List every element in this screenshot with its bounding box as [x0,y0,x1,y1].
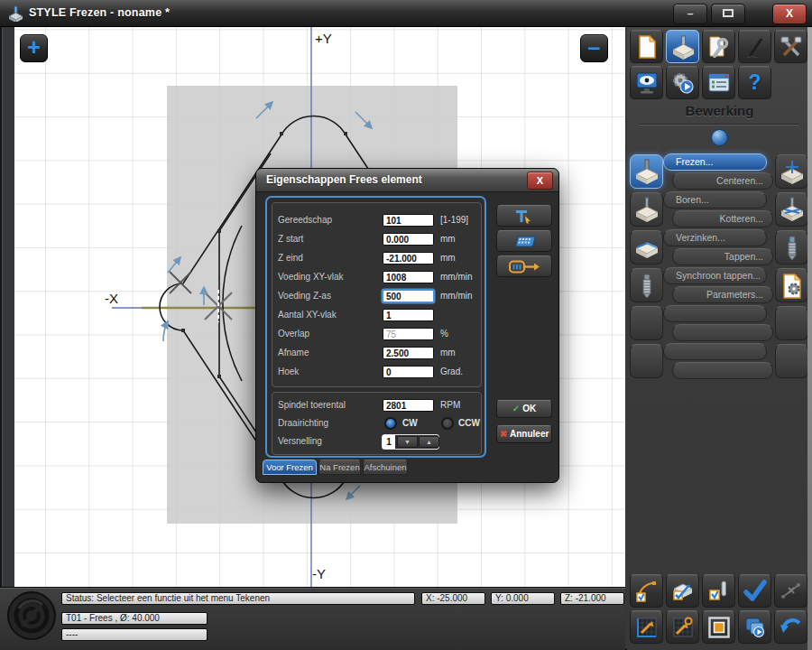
tappen-button-icon[interactable] [775,230,808,265]
toolgroup-verzinken: Verzinken... Tappen... [630,229,809,265]
aantal-xy-input[interactable] [383,309,434,321]
synchroon-tappen-button-icon[interactable] [630,268,663,302]
empty-bar[interactable] [672,362,773,379]
centeren-button-icon[interactable] [775,154,808,189]
axis-label-plus-y: +Y [315,31,332,46]
centeren-label: Centeren... [673,173,772,189]
field-row: Hoek Grad. [267,366,484,379]
simulate-button[interactable] [738,610,771,644]
frezen-button[interactable]: Frezen... [663,153,767,171]
pocket-select-button[interactable] [666,574,699,608]
voeding-z-input[interactable] [383,290,434,302]
spindel-toerental-input[interactable] [383,399,434,412]
field-label: Hoek [278,367,299,376]
voeding-xy-input[interactable] [383,271,434,283]
zoom-in-button[interactable]: + [20,34,48,62]
verzinken-button[interactable]: Verzinken... [663,229,767,246]
versnelling-value[interactable]: 1 [383,435,395,449]
select-element-button[interactable] [496,205,552,227]
maximize-button[interactable] [711,4,745,24]
boren-button[interactable]: Boren... [663,191,767,209]
program-settings-button[interactable] [702,66,735,99]
toolgroup-frezen: Frezen... Centeren... [630,153,809,190]
synchroon-tappen-button[interactable]: Synchroon tappen... [663,267,767,284]
zoom-out-button[interactable]: – [580,34,608,62]
tool-settings-button[interactable] [702,30,735,63]
apply-next-button[interactable] [496,255,552,277]
field-label: Z start [278,234,303,244]
spin-down-button[interactable]: ▼ [397,436,418,448]
info-sphere-icon[interactable] [711,129,728,146]
zoom-selection-button[interactable] [666,610,699,644]
milling-icon [671,35,695,60]
empty-slot-button[interactable] [775,306,808,340]
confirm-button[interactable] [738,574,771,608]
empty-bar[interactable] [663,343,767,360]
help-button[interactable]: ? [738,66,771,99]
undo-button[interactable] [774,610,807,644]
hoek-input[interactable] [383,366,434,378]
centeren-button[interactable]: Centeren... [672,172,773,190]
section-header: Bewerking [627,103,812,118]
empty-bar[interactable] [663,305,767,322]
spin-up-button[interactable]: ▲ [419,436,439,448]
close-icon: X [786,7,793,20]
afname-input[interactable] [383,347,434,359]
app-icon [7,5,24,22]
select-element-icon [511,209,538,224]
process-button[interactable] [666,66,699,99]
z-eind-input[interactable] [383,252,434,265]
active-tool-info: T01 - Frees , Ø: 40.000 [61,612,208,625]
dialog-close-button[interactable]: X [527,172,553,190]
minimize-button[interactable]: – [673,4,707,24]
minimize-icon: – [687,7,694,20]
ok-button[interactable]: ✓OK [496,400,552,418]
coordinate-x: X: -25.000 [421,592,485,605]
arc-select-button[interactable] [630,574,663,608]
center-drill-icon [780,159,805,186]
numpad-icon [511,234,538,249]
tab-voor-frezen[interactable]: Voor Frezen [263,460,317,475]
contour-select-button[interactable] [702,574,735,608]
verzinken-button-icon[interactable] [630,230,663,265]
tappen-button[interactable]: Tappen... [672,248,773,265]
frezen-button-icon[interactable] [630,154,663,189]
field-unit: mm/min [440,291,473,301]
chevron-up-icon: ▲ [426,439,432,445]
zoom-extents-button[interactable] [630,610,663,644]
annuleer-button[interactable]: ✖Annuleer [496,425,552,443]
kotteren-button[interactable]: Kotteren... [672,210,773,228]
program-settings-icon [707,71,731,96]
new-document-button[interactable] [630,30,663,63]
dialog-title-bar[interactable]: Eigenschappen Frees element [256,169,558,192]
z-start-input[interactable] [383,233,434,246]
kotteren-button-icon[interactable] [775,192,808,227]
boren-button-icon[interactable] [630,192,663,227]
numpad-button[interactable] [496,230,552,252]
fit-view-button[interactable] [702,610,735,644]
field-label: Overlap [278,329,309,339]
gereedschap-input[interactable] [383,214,434,227]
cw-radio[interactable] [384,417,397,430]
milling-mode-button[interactable] [666,30,699,63]
draw-pen-icon [743,35,767,60]
tools-button[interactable] [774,30,807,63]
parameters-button-icon[interactable] [775,268,808,302]
parameters-button[interactable]: Parameters... [672,286,773,303]
new-document-icon [636,35,658,59]
tab-na-frezen[interactable]: Na Frezen [318,460,361,475]
annuleer-label: Annuleer [510,429,549,439]
ccw-radio[interactable] [441,417,454,430]
tab-afschuinen[interactable]: Afschuinen [363,460,408,475]
empty-slot-button[interactable] [630,306,663,340]
field-row: Overlap % [267,328,484,341]
draw-button[interactable] [738,30,771,63]
view-button[interactable] [630,66,663,99]
field-row: Voeding XY-vlak mm/min [267,271,484,284]
close-button[interactable]: X [772,4,807,24]
parameters-page-icon [780,273,805,300]
field-label: Spindel toerental [278,400,346,410]
empty-slot-button[interactable] [775,344,808,378]
empty-bar[interactable] [672,324,773,341]
empty-slot-button[interactable] [630,344,663,378]
